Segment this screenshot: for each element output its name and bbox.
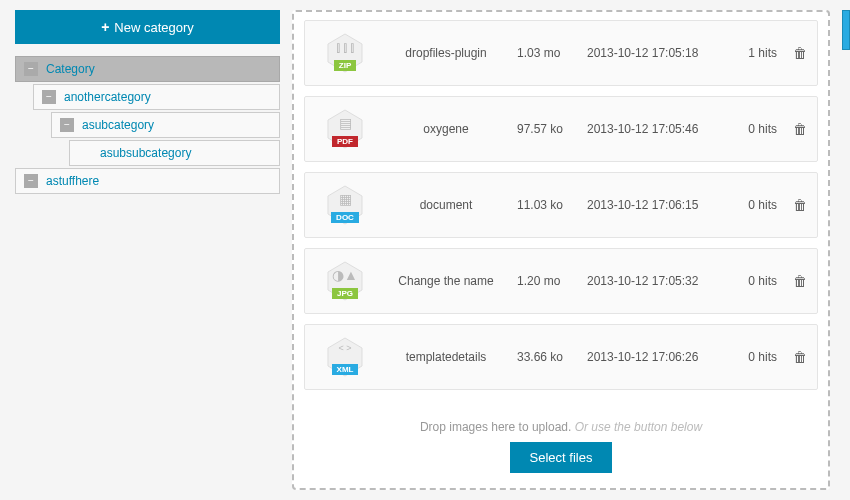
file-type-badge: JPG (332, 288, 358, 299)
file-name[interactable]: templatedetails (375, 350, 517, 364)
file-list: ⫿⫿⫿ZIPdropfiles-plugin1.03 mo2013-10-12 … (304, 20, 818, 400)
trash-icon[interactable]: 🗑 (777, 45, 807, 61)
file-size: 1.20 mo (517, 274, 587, 288)
file-type-badge: PDF (332, 136, 358, 147)
file-row[interactable]: ▤PDFoxygene97.57 ko2013-10-12 17:05:460 … (304, 96, 818, 162)
collapse-icon[interactable]: − (42, 90, 56, 104)
file-hits: 0 hits (727, 274, 777, 288)
file-name[interactable]: Change the name (375, 274, 517, 288)
collapse-icon[interactable]: − (24, 174, 38, 188)
zip-glyph-icon: ⫿⫿⫿ (335, 39, 356, 55)
trash-icon[interactable]: 🗑 (777, 349, 807, 365)
file-size: 1.03 mo (517, 46, 587, 60)
file-panel: ⫿⫿⫿ZIPdropfiles-plugin1.03 mo2013-10-12 … (292, 10, 830, 490)
file-date: 2013-10-12 17:06:15 (587, 198, 727, 212)
jpg-glyph-icon: ◑▲ (332, 267, 358, 283)
file-size: 97.57 ko (517, 122, 587, 136)
file-row[interactable]: < >XMLtemplatedetails33.66 ko2013-10-12 … (304, 324, 818, 390)
tree-node-asubsubcategory[interactable]: asubsubcategory (69, 140, 280, 166)
file-icon: ▦DOC (315, 185, 375, 225)
drop-area[interactable]: Drop images here to upload. Or use the b… (304, 400, 818, 483)
side-panel-sliver[interactable] (842, 10, 850, 50)
tree-node-label: asubcategory (82, 118, 154, 132)
file-row[interactable]: ⫿⫿⫿ZIPdropfiles-plugin1.03 mo2013-10-12 … (304, 20, 818, 86)
trash-icon[interactable]: 🗑 (777, 273, 807, 289)
file-type-badge: ZIP (334, 60, 356, 71)
file-type-badge: XML (332, 364, 359, 375)
file-hits: 1 hits (727, 46, 777, 60)
file-date: 2013-10-12 17:05:18 (587, 46, 727, 60)
file-name[interactable]: dropfiles-plugin (375, 46, 517, 60)
tree-node-astuffhere[interactable]: −astuffhere (15, 168, 280, 194)
tree-node-label: astuffhere (46, 174, 99, 188)
tree-node-asubcategory[interactable]: −asubcategory (51, 112, 280, 138)
doc-glyph-icon: ▦ (339, 191, 352, 207)
file-hits: 0 hits (727, 198, 777, 212)
main-container: + New category −Category−anothercategory… (0, 0, 850, 500)
drop-text-main: Drop images here to upload. (420, 420, 571, 434)
left-panel: + New category −Category−anothercategory… (15, 10, 280, 490)
file-icon: ⫿⫿⫿ZIP (315, 33, 375, 73)
tree-node-label: asubsubcategory (100, 146, 191, 160)
trash-icon[interactable]: 🗑 (777, 121, 807, 137)
file-date: 2013-10-12 17:05:32 (587, 274, 727, 288)
drop-text-hint: Or use the button below (575, 420, 702, 434)
file-type-badge: DOC (331, 212, 359, 223)
tree-node-label: anothercategory (64, 90, 151, 104)
tree-node-label: Category (46, 62, 95, 76)
file-date: 2013-10-12 17:05:46 (587, 122, 727, 136)
file-icon: < >XML (315, 337, 375, 377)
file-date: 2013-10-12 17:06:26 (587, 350, 727, 364)
collapse-icon[interactable]: − (60, 118, 74, 132)
category-tree: −Category−anothercategory−asubcategoryas… (15, 56, 280, 194)
file-icon: ◑▲JPG (315, 261, 375, 301)
plus-icon: + (101, 19, 109, 35)
trash-icon[interactable]: 🗑 (777, 197, 807, 213)
file-icon: ▤PDF (315, 109, 375, 149)
drop-text: Drop images here to upload. Or use the b… (304, 420, 818, 434)
select-files-button[interactable]: Select files (510, 442, 613, 473)
file-row[interactable]: ▦DOCdocument11.03 ko2013-10-12 17:06:150… (304, 172, 818, 238)
file-row[interactable]: ◑▲JPGChange the name1.20 mo2013-10-12 17… (304, 248, 818, 314)
tree-node-anothercategory[interactable]: −anothercategory (33, 84, 280, 110)
file-name[interactable]: oxygene (375, 122, 517, 136)
new-category-label: New category (114, 20, 193, 35)
file-size: 33.66 ko (517, 350, 587, 364)
file-size: 11.03 ko (517, 198, 587, 212)
collapse-icon[interactable]: − (24, 62, 38, 76)
tree-node-category[interactable]: −Category (15, 56, 280, 82)
new-category-button[interactable]: + New category (15, 10, 280, 44)
xml-glyph-icon: < > (338, 343, 351, 353)
file-name[interactable]: document (375, 198, 517, 212)
file-hits: 0 hits (727, 122, 777, 136)
pdf-glyph-icon: ▤ (339, 115, 352, 131)
file-hits: 0 hits (727, 350, 777, 364)
